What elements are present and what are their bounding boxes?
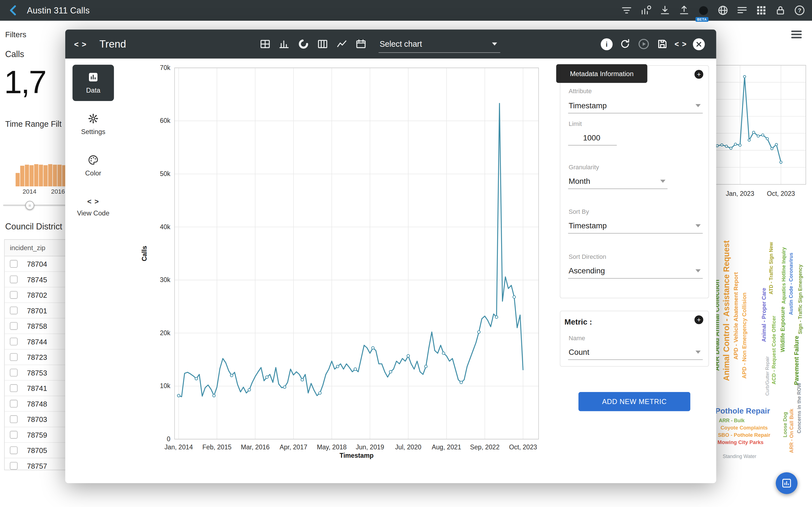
wordcloud-term[interactable]: ACD - Request Code Officer: [771, 316, 776, 385]
topbar-icon-group: BETA ?: [620, 0, 806, 21]
menu-icon[interactable]: [791, 31, 802, 39]
list-icon[interactable]: [736, 4, 748, 16]
help-icon[interactable]: ?: [793, 4, 806, 16]
sidebar-item-data[interactable]: Data: [72, 65, 114, 101]
granularity-select[interactable]: Month: [568, 173, 668, 189]
wordcloud-term[interactable]: ATD - Traffic Sign New: [768, 242, 774, 294]
row-checkbox[interactable]: [10, 415, 18, 423]
sort-direction-label: Sort Direction: [569, 253, 606, 261]
grid-icon[interactable]: [755, 4, 767, 16]
svg-text:70k: 70k: [160, 64, 171, 71]
info-icon[interactable]: i: [601, 38, 613, 50]
histogram-tick-2016: 2016: [49, 188, 67, 195]
calendar-icon[interactable]: [355, 38, 367, 50]
wordcloud-term[interactable]: Sign - Traffic Sign Emergency: [797, 265, 803, 334]
histogram-bar: [43, 165, 48, 186]
sidebar-item-settings[interactable]: Settings: [72, 106, 114, 143]
histogram-tick-2014: 2014: [21, 188, 38, 195]
bar-chart-icon[interactable]: [278, 38, 290, 50]
play-icon[interactable]: [637, 38, 650, 50]
wordcloud-term[interactable]: Aquatics Hotline Inquiry: [781, 247, 786, 304]
sidebar-item-view-code[interactable]: < > View Code: [72, 189, 114, 226]
metric-section-title: Metric :: [564, 318, 592, 326]
refresh-icon[interactable]: [618, 38, 631, 50]
row-checkbox[interactable]: [10, 400, 18, 408]
angle-brackets-icon[interactable]: < >: [74, 30, 87, 58]
add-metric-icon[interactable]: +: [694, 315, 703, 324]
trend-chart[interactable]: 010k20k30k40k50k60k70kJan, 2014Feb, 2015…: [127, 61, 557, 478]
wordcloud-term[interactable]: APD - Vehicle Abatement Report: [733, 272, 739, 360]
wordcloud-term[interactable]: Coyote Complaints: [720, 425, 768, 431]
wordcloud-term[interactable]: APD - Non Emergency Collision: [741, 292, 747, 379]
sidebar-item-label: Color: [85, 169, 101, 177]
row-checkbox[interactable]: [10, 369, 18, 377]
donut-chart-icon[interactable]: [297, 38, 309, 50]
row-checkbox[interactable]: [10, 276, 18, 283]
add-new-metric-button[interactable]: ADD NEW METRIC: [578, 392, 690, 411]
attribute-label: Attribute: [569, 88, 592, 95]
wordcloud-term[interactable]: Mowing City Parks: [717, 439, 764, 445]
view-code-icon[interactable]: < >: [674, 38, 687, 50]
wordcloud-term[interactable]: Standing Water: [723, 453, 757, 459]
row-checkbox[interactable]: [10, 353, 18, 361]
wordcloud-term[interactable]: ARR - On Call Bulk: [789, 409, 794, 453]
time-range-histogram[interactable]: [16, 155, 72, 186]
row-checkbox[interactable]: [10, 384, 18, 392]
select-chart-dropdown[interactable]: Select chart: [379, 35, 500, 53]
row-checkbox[interactable]: [10, 338, 18, 346]
brand-logo[interactable]: BETA: [697, 4, 710, 17]
upload-icon[interactable]: [678, 4, 690, 16]
wordcloud-term[interactable]: Pavement Failure: [793, 336, 799, 385]
row-checkbox[interactable]: [10, 291, 18, 299]
lock-icon[interactable]: [774, 4, 787, 16]
wordcloud-term[interactable]: Animal - Proper Care: [761, 288, 767, 342]
line-chart-icon[interactable]: [336, 38, 348, 50]
globe-icon[interactable]: [717, 4, 729, 16]
wordcloud-term[interactable]: Curb/Gutter Repair: [765, 356, 770, 396]
svg-text:60k: 60k: [160, 117, 171, 124]
row-checkbox[interactable]: [10, 462, 18, 470]
histogram-bar: [34, 164, 38, 187]
wordcloud-term[interactable]: Austin Code - Coronavirus: [788, 252, 794, 315]
row-checkbox[interactable]: [10, 446, 18, 454]
chart-settings-icon[interactable]: [640, 4, 652, 16]
attribute-select[interactable]: Timestamp: [568, 98, 703, 114]
wordcloud-term[interactable]: Loose Dog: [782, 412, 788, 437]
wordcloud-term[interactable]: ARR - Bulk: [719, 418, 745, 424]
row-checkbox[interactable]: [10, 431, 18, 439]
back-chevron-icon[interactable]: [7, 4, 19, 16]
wordcloud-term[interactable]: Concerns in the ROW: [796, 383, 802, 434]
sort-by-label: Sort By: [569, 208, 589, 216]
limit-input[interactable]: 1000: [568, 130, 617, 146]
add-chart-fab[interactable]: [776, 472, 798, 494]
zip-cell: 78701: [27, 306, 47, 315]
wordcloud-term[interactable]: Animal Control - Assistance Request: [722, 240, 731, 381]
wordcloud-term[interactable]: Wildlife Exposure: [779, 307, 786, 352]
time-range-slider-handle[interactable]: =: [25, 201, 34, 210]
close-icon[interactable]: [693, 38, 705, 50]
save-icon[interactable]: [655, 38, 669, 50]
row-checkbox[interactable]: [10, 307, 18, 315]
wordcloud-term[interactable]: SBO - Pothole Repair: [718, 432, 770, 438]
sort-by-select[interactable]: Timestamp: [568, 218, 703, 234]
download-icon[interactable]: [659, 4, 671, 16]
palette-icon: [88, 155, 99, 166]
table-chart-icon[interactable]: [259, 38, 271, 50]
histogram-bar: [20, 166, 24, 186]
attribute-value: Timestamp: [569, 101, 606, 110]
svg-text:?: ?: [798, 7, 801, 13]
time-range-filter-title: Time Range Filt: [5, 120, 65, 129]
sidebar-item-color[interactable]: Color: [72, 148, 114, 184]
zip-cell: 78745: [27, 275, 47, 284]
sort-direction-select[interactable]: Ascending: [568, 263, 703, 279]
row-checkbox[interactable]: [10, 260, 18, 268]
row-checkbox[interactable]: [10, 322, 18, 330]
wordcloud-term[interactable]: Pothole Repair: [715, 406, 770, 415]
svg-text:Mar, 2016: Mar, 2016: [241, 444, 270, 451]
metric-name-select[interactable]: Count: [568, 344, 703, 360]
zip-cell: 78744: [27, 337, 47, 346]
add-attribute-icon[interactable]: +: [694, 70, 703, 78]
filter-icon[interactable]: [620, 4, 633, 16]
column-table-icon[interactable]: [316, 38, 329, 50]
bar-chart-icon: [781, 478, 792, 488]
